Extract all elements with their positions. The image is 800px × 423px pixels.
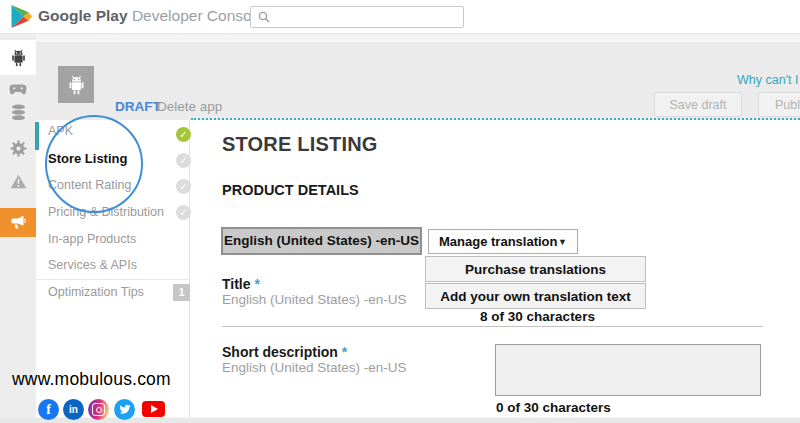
gear-icon — [10, 140, 27, 157]
manage-translation-menu: Purchase translations Add your own trans… — [425, 256, 646, 309]
title-field-label: Title * — [222, 276, 260, 292]
optimization-tips-count-badge: 1 — [173, 284, 190, 301]
manage-translation-label: Manage translation — [439, 234, 557, 249]
rail-item-reports[interactable] — [0, 104, 36, 121]
youtube-play-glyph — [151, 405, 158, 413]
twitter-icon[interactable] — [114, 399, 135, 420]
publish-button[interactable]: Publish — [758, 92, 800, 117]
android-icon — [9, 47, 28, 68]
title-input[interactable] — [222, 326, 763, 327]
delete-app-link[interactable]: Delete app — [157, 99, 222, 114]
help-link[interactable]: Why can't I p — [737, 73, 800, 87]
rail-item-alerts[interactable] — [0, 174, 36, 189]
sidebar-divider — [36, 279, 189, 280]
sidebar-item-in-app-products[interactable]: In-app Products — [48, 232, 136, 246]
chevron-down-icon: ▼ — [558, 237, 567, 247]
draft-status-badge: DRAFT — [115, 99, 161, 114]
apk-complete-check-icon — [176, 127, 191, 142]
short-description-char-counter: 0 of 30 characters — [496, 400, 611, 415]
twitter-bird-glyph — [119, 404, 131, 415]
short-description-field-locale: English (United States) -en-US — [222, 360, 407, 375]
save-draft-button[interactable]: Save draft — [654, 92, 742, 117]
pricing-distribution-check-icon — [176, 205, 191, 220]
watermark-site-text: www.mobulous.com — [12, 369, 171, 390]
search-input[interactable] — [276, 8, 463, 26]
instagram-icon[interactable] — [88, 399, 109, 420]
store-listing-check-icon — [176, 153, 191, 168]
facebook-glyph: f — [46, 402, 51, 418]
title-field-locale: English (United States) -en-US — [222, 292, 407, 307]
short-description-textarea[interactable] — [495, 344, 761, 396]
warning-triangle-icon — [10, 174, 27, 189]
sidebar-item-services-apis[interactable]: Services & APIs — [48, 258, 137, 272]
search-box[interactable] — [250, 6, 464, 28]
brand-developer-console: Developer Console — [132, 7, 264, 24]
short-description-field-label: Short description * — [222, 344, 347, 360]
store-listing-highlight-circle — [45, 115, 143, 213]
brand-google-play: Google Play — [38, 7, 128, 24]
android-app-icon — [66, 73, 87, 96]
sidebar-selected-indicator — [35, 122, 39, 150]
language-tab[interactable]: English (United States) -en-US — [221, 227, 422, 255]
database-stack-icon — [11, 104, 26, 121]
title-required-mark: * — [254, 276, 259, 292]
google-play-logo-icon — [10, 4, 33, 33]
facebook-icon[interactable]: f — [38, 399, 59, 420]
title-label-text: Title — [222, 276, 251, 292]
content-rating-check-icon — [176, 179, 191, 194]
sidebar-item-optimization-tips[interactable]: Optimization Tips — [48, 285, 144, 299]
rail-item-all-applications[interactable] — [0, 40, 36, 75]
menu-item-add-own-translation[interactable]: Add your own translation text — [425, 283, 646, 309]
app-icon — [58, 66, 94, 103]
short-description-required-mark: * — [342, 344, 347, 360]
youtube-icon[interactable] — [142, 401, 165, 417]
rail-item-promotions[interactable] — [0, 208, 36, 237]
linkedin-glyph: in — [69, 404, 78, 415]
megaphone-icon — [10, 215, 26, 230]
title-char-counter: 8 of 30 characters — [430, 309, 645, 324]
menu-item-purchase-translations[interactable]: Purchase translations — [425, 256, 646, 282]
instagram-camera-glyph — [92, 403, 105, 416]
page-title: STORE LISTING — [222, 133, 378, 156]
brand-title: Google Play Developer Console — [38, 7, 264, 25]
content-top-dotted-divider — [191, 118, 800, 120]
rail-item-settings[interactable] — [0, 140, 36, 157]
game-controller-icon — [9, 84, 27, 95]
linkedin-icon[interactable]: in — [63, 399, 84, 420]
short-description-label-text: Short description — [222, 344, 338, 360]
section-title-product-details: PRODUCT DETAILS — [222, 182, 359, 198]
rail-item-game-services[interactable] — [0, 84, 36, 95]
manage-translation-dropdown-button[interactable]: Manage translation ▼ — [428, 229, 578, 254]
search-icon — [258, 11, 270, 23]
